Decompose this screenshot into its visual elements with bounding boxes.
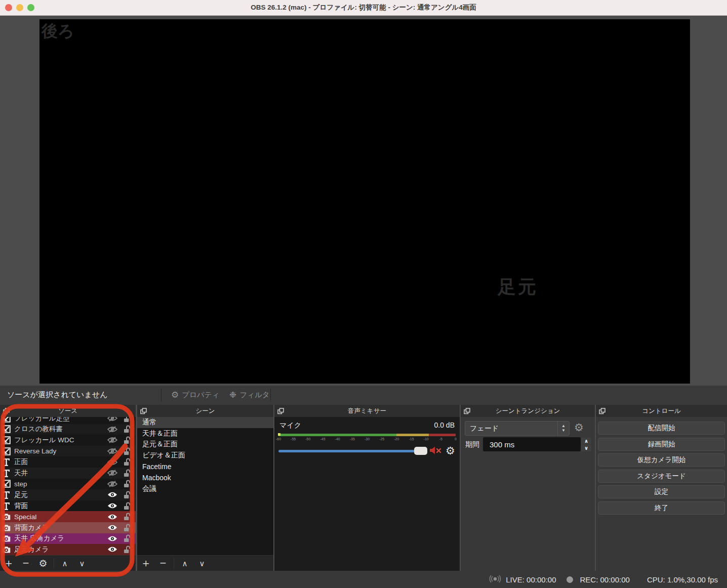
meter-scale: -60-55-50-45-40-35-30-25-20-15-10-50 bbox=[278, 437, 456, 442]
unlock-icon[interactable] bbox=[122, 417, 133, 423]
source-row[interactable]: step bbox=[0, 479, 136, 490]
duration-up-button[interactable]: ∧ bbox=[581, 438, 591, 444]
start-streaming-button[interactable]: 配信開始 bbox=[598, 422, 725, 435]
scene-row[interactable]: 通常 bbox=[137, 417, 273, 428]
source-row[interactable]: 足元 bbox=[0, 489, 136, 500]
visibility-on-icon[interactable] bbox=[107, 491, 118, 498]
unlock-icon[interactable] bbox=[122, 534, 133, 542]
properties-button[interactable]: ⚙ プロパティ bbox=[168, 390, 222, 400]
scene-row[interactable]: Macbook bbox=[137, 472, 273, 483]
visibility-on-icon[interactable] bbox=[107, 514, 118, 520]
visibility-on-icon[interactable] bbox=[107, 524, 118, 531]
source-label: 天井 広角カメラ bbox=[14, 534, 103, 543]
unlock-icon[interactable] bbox=[122, 513, 133, 521]
studio-mode-button[interactable]: スタジオモード bbox=[598, 470, 725, 483]
scene-row[interactable]: 足元＆正面 bbox=[137, 439, 273, 450]
scene-row[interactable]: ビデオ＆正面 bbox=[137, 450, 273, 461]
text-source-icon bbox=[2, 501, 11, 510]
start-recording-button[interactable]: 録画開始 bbox=[598, 438, 725, 451]
transition-gear-icon[interactable]: ⚙ bbox=[574, 422, 584, 434]
source-properties-button[interactable]: ⚙ bbox=[34, 559, 52, 568]
move-source-up-button[interactable]: ∧ bbox=[56, 560, 73, 567]
source-row[interactable]: 天井 bbox=[0, 468, 136, 479]
exit-button[interactable]: 終了 bbox=[598, 501, 725, 515]
scene-row[interactable]: 会議 bbox=[137, 483, 273, 494]
source-row[interactable]: 背面 bbox=[0, 500, 136, 512]
duration-down-button[interactable]: ∨ bbox=[581, 445, 591, 451]
unlock-icon[interactable] bbox=[122, 545, 133, 554]
mixer-channel-name: マイク bbox=[279, 421, 301, 430]
duration-input[interactable]: 300 ms bbox=[483, 437, 581, 451]
sources-dock-header: ソース bbox=[0, 405, 136, 417]
zoom-button[interactable] bbox=[27, 4, 34, 11]
volume-slider-track[interactable] bbox=[278, 450, 427, 452]
scene-row[interactable]: 天井＆正面 bbox=[137, 428, 273, 439]
meter-tick-label: -35 bbox=[350, 437, 355, 441]
remove-source-button[interactable]: − bbox=[17, 558, 34, 569]
move-scene-up-button[interactable]: ∧ bbox=[176, 560, 193, 567]
visibility-off-icon[interactable] bbox=[107, 426, 118, 433]
transition-select[interactable]: フェード ▲▼ bbox=[465, 421, 570, 436]
unlock-icon[interactable] bbox=[122, 491, 133, 499]
visibility-off-icon[interactable] bbox=[107, 481, 118, 487]
source-row[interactable]: Reverse Lady bbox=[0, 446, 136, 457]
unlock-icon[interactable] bbox=[122, 458, 133, 466]
source-row[interactable]: フレッカール WDC bbox=[0, 435, 136, 446]
preview-label-feet: 足元 bbox=[498, 275, 538, 300]
move-scene-down-button[interactable]: ∨ bbox=[193, 560, 211, 567]
mute-button[interactable] bbox=[429, 446, 442, 457]
unlock-icon[interactable] bbox=[122, 480, 133, 488]
mixer-gear-icon[interactable]: ⚙ bbox=[446, 445, 455, 457]
source-row[interactable]: 足元カメラ bbox=[0, 544, 136, 555]
source-label: 足元カメラ bbox=[14, 545, 103, 554]
visibility-off-icon[interactable] bbox=[107, 470, 118, 476]
unlock-icon[interactable] bbox=[122, 425, 133, 433]
preview-canvas[interactable]: 後ろ 足元 bbox=[39, 19, 690, 384]
unlock-icon[interactable] bbox=[122, 502, 133, 510]
scenes-list: 通常天井＆正面足元＆正面ビデオ＆正面FacetimeMacbook会議 bbox=[137, 417, 273, 555]
source-row[interactable]: フレッカール足型 bbox=[0, 417, 136, 424]
duration-label: 期間 bbox=[465, 440, 479, 449]
visibility-on-icon[interactable] bbox=[107, 502, 118, 509]
source-row[interactable]: クロスの教科書 bbox=[0, 424, 136, 435]
source-row[interactable]: 背面カメラ bbox=[0, 522, 136, 533]
unlock-icon[interactable] bbox=[122, 524, 133, 532]
meter-tick-label: 0 bbox=[455, 437, 457, 441]
visibility-on-icon[interactable] bbox=[107, 535, 118, 542]
meter-tick-label: -45 bbox=[320, 437, 325, 441]
traffic-lights bbox=[5, 0, 34, 15]
close-button[interactable] bbox=[5, 4, 12, 11]
scene-row[interactable]: Facetime bbox=[137, 461, 273, 472]
divider bbox=[270, 389, 271, 402]
window-source-icon bbox=[2, 436, 11, 444]
meter-tick-label: -10 bbox=[424, 437, 429, 441]
visibility-off-icon[interactable] bbox=[107, 417, 118, 422]
cpu-fps: CPU: 1.0%,30.00 fps bbox=[647, 575, 718, 584]
source-row[interactable]: Special bbox=[0, 511, 136, 522]
visibility-off-icon[interactable] bbox=[107, 437, 118, 443]
source-label: step bbox=[14, 480, 103, 488]
gear-icon: ⚙ bbox=[171, 391, 179, 399]
scene-label: 天井＆正面 bbox=[142, 429, 178, 438]
status-bar: LIVE: 00:00:00 REC: 00:00:00 CPU: 1.0%,3… bbox=[0, 571, 727, 588]
unlock-icon[interactable] bbox=[122, 469, 133, 477]
remove-scene-button[interactable]: − bbox=[154, 558, 172, 569]
visibility-off-icon[interactable] bbox=[107, 459, 118, 466]
volume-slider-handle[interactable] bbox=[414, 447, 427, 455]
source-row[interactable]: 天井 広角カメラ bbox=[0, 533, 136, 544]
unlock-icon[interactable] bbox=[122, 447, 133, 455]
source-label: Special bbox=[14, 513, 103, 521]
visibility-off-icon[interactable] bbox=[107, 448, 118, 454]
add-scene-button[interactable]: ＋ bbox=[137, 558, 154, 569]
filters-button[interactable]: ❉ フィルタ bbox=[226, 390, 273, 400]
move-source-down-button[interactable]: ∨ bbox=[73, 560, 91, 567]
camera-source-icon bbox=[2, 523, 11, 532]
meter-tick-label: -40 bbox=[335, 437, 340, 441]
source-row[interactable]: 正面 bbox=[0, 456, 136, 468]
unlock-icon[interactable] bbox=[122, 436, 133, 444]
start-virtual-camera-button[interactable]: 仮想カメラ開始 bbox=[598, 453, 725, 467]
visibility-on-icon[interactable] bbox=[107, 546, 118, 553]
add-source-button[interactable]: ＋ bbox=[0, 558, 17, 569]
settings-button[interactable]: 設定 bbox=[598, 485, 725, 498]
minimize-button[interactable] bbox=[16, 4, 23, 11]
